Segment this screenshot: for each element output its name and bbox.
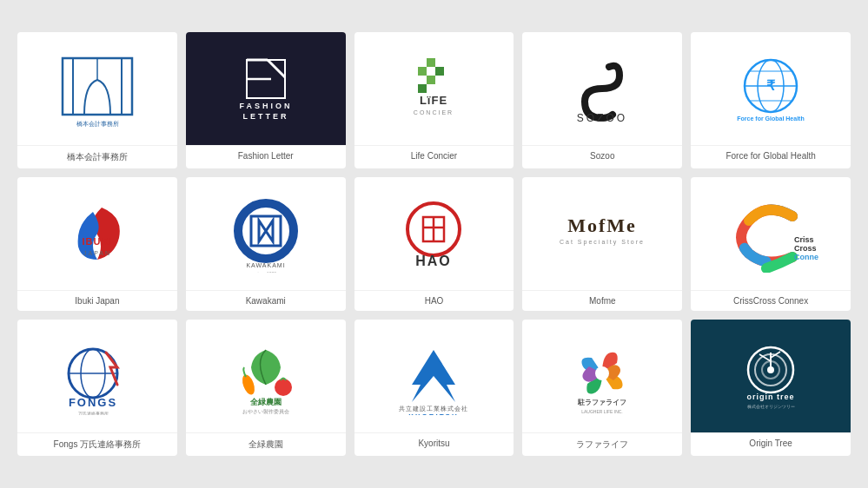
svg-text:Criss: Criss <box>794 235 814 244</box>
svg-line-5 <box>268 60 285 77</box>
svg-rect-12 <box>427 76 435 84</box>
svg-marker-28 <box>259 221 273 241</box>
logo-grid: 橋本会計事務所 橋本会計事務所 FASHION LETTER Fashion L… <box>17 32 851 456</box>
logo-label-origin-tree: Origin Tree <box>691 432 851 453</box>
logo-visual-kyoritsu: 共立建設工業株式会社 KYORITSU <box>354 320 514 432</box>
logo-visual-laugher-life: 駐ラファライフ LAUGHER LIFE INC. <box>522 320 682 432</box>
svg-text:駐ラファライフ: 駐ラファライフ <box>577 398 626 406</box>
logo-card-force-global-health[interactable]: ₹ Force for Global Health Force for Glob… <box>691 32 851 168</box>
svg-text:FONGS: FONGS <box>69 396 117 409</box>
logo-card-hao[interactable]: HAO HAO <box>354 177 514 311</box>
logo-card-kyoritsu[interactable]: 共立建設工業株式会社 KYORITSU Kyoritsu <box>354 320 514 456</box>
logo-label-kyoritsu: Kyoritsu <box>354 432 514 453</box>
logo-visual-zenroku-nouen: 全緑農園 おやさい製作委員会 <box>186 320 346 432</box>
logo-visual-fongs: FONGS 万氏連絡事務所 <box>17 320 177 432</box>
logo-card-ibuki-japan[interactable]: IBUKI JAPAN Ibuki Japan <box>17 177 177 311</box>
logo-visual-hashimoto: 橋本会計事務所 <box>17 32 177 145</box>
logo-label-fongs: Fongs 万氏連絡事務所 <box>17 432 177 456</box>
logo-visual-sozoo: SOZOO <box>522 32 682 145</box>
svg-text:株式会社オリジンツリー: 株式会社オリジンツリー <box>746 404 795 409</box>
svg-text:SOZOO: SOZOO <box>577 112 627 123</box>
svg-text:IBUKI: IBUKI <box>82 236 112 247</box>
svg-marker-50 <box>412 350 455 402</box>
logo-card-zenroku-nouen[interactable]: 全緑農園 おやさい製作委員会 全緑農園 <box>186 320 346 456</box>
logo-card-origin-tree[interactable]: origin tree 株式会社オリジンツリー Origin Tree <box>691 320 851 456</box>
svg-text:₹: ₹ <box>766 78 776 93</box>
logo-label-force-global-health: Force for Global Health <box>691 145 851 166</box>
logo-label-crisscross-connex: CrissCross Connex <box>691 290 851 311</box>
logo-card-kawakami[interactable]: KAWAKAMI since 1980 Kawakami <box>186 177 346 311</box>
logo-card-fongs[interactable]: FONGS 万氏連絡事務所 Fongs 万氏連絡事務所 <box>17 320 177 456</box>
svg-text:おやさい製作委員会: おやさい製作委員会 <box>242 408 289 414</box>
logo-label-hashimoto: 橋本会計事務所 <box>17 145 177 168</box>
logo-visual-mofme: MofMe Cat Specialty Store <box>522 177 682 290</box>
logo-label-laugher-life: ラファライフ <box>522 432 682 456</box>
svg-text:橋本会計事務所: 橋本会計事務所 <box>76 121 118 128</box>
svg-text:KYORITSU: KYORITSU <box>409 412 459 415</box>
svg-text:CONCIER: CONCIER <box>414 109 454 115</box>
svg-text:LETTER: LETTER <box>242 112 288 121</box>
logo-label-mofme: Mofme <box>522 290 682 311</box>
logo-visual-life-concier: LïFE CONCIER <box>354 32 514 145</box>
svg-point-46 <box>240 373 256 397</box>
logo-label-ibuki-japan: Ibuki Japan <box>17 290 177 311</box>
logo-card-sozoo[interactable]: SOZOO Sozoo <box>522 32 682 168</box>
logo-label-sozoo: Sozoo <box>522 145 682 166</box>
svg-text:LAUGHER LIFE INC.: LAUGHER LIFE INC. <box>582 409 624 414</box>
svg-text:FASHION: FASHION <box>239 102 292 110</box>
logo-visual-ibuki-japan: IBUKI JAPAN <box>17 177 177 290</box>
logo-card-fashion-letter[interactable]: FASHION LETTER Fashion Letter <box>186 32 346 168</box>
logo-visual-hao: HAO <box>354 177 514 290</box>
svg-text:KAWAKAMI: KAWAKAMI <box>246 262 285 268</box>
svg-text:JAPAN: JAPAN <box>83 250 111 256</box>
svg-text:Cross: Cross <box>794 244 817 253</box>
svg-rect-13 <box>418 84 427 93</box>
logo-label-kawakami: Kawakami <box>186 290 346 311</box>
logo-visual-crisscross-connex: Criss Cross ConneX <box>691 177 851 290</box>
svg-text:Cat Specialty Store: Cat Specialty Store <box>560 239 645 246</box>
svg-text:origin tree: origin tree <box>747 392 795 401</box>
svg-text:MofMe: MofMe <box>567 214 637 236</box>
svg-text:HAO: HAO <box>416 254 453 268</box>
logo-visual-force-global-health: ₹ Force for Global Health <box>691 32 851 145</box>
logo-visual-kawakami: KAWAKAMI since 1980 <box>186 177 346 290</box>
logo-label-life-concier: Life Concier <box>354 145 514 166</box>
logo-visual-origin-tree: origin tree 株式会社オリジンツリー <box>691 320 851 432</box>
svg-point-47 <box>275 379 292 396</box>
svg-text:Force for Global Health: Force for Global Health <box>737 115 804 122</box>
logo-card-hashimoto[interactable]: 橋本会計事務所 橋本会計事務所 <box>17 32 177 168</box>
logo-label-fashion-letter: Fashion Letter <box>186 145 346 166</box>
svg-rect-10 <box>418 67 427 76</box>
logo-visual-fashion-letter: FASHION LETTER <box>186 32 346 145</box>
svg-text:LïFE: LïFE <box>420 94 447 107</box>
svg-rect-11 <box>435 67 444 76</box>
svg-text:全緑農園: 全緑農園 <box>250 398 282 406</box>
svg-text:ConneX: ConneX <box>794 253 818 261</box>
logo-card-laugher-life[interactable]: 駐ラファライフ LAUGHER LIFE INC. ラファライフ <box>522 320 682 456</box>
svg-text:万氏連絡事務所: 万氏連絡事務所 <box>77 411 108 415</box>
logo-label-hao: HAO <box>354 290 514 311</box>
svg-rect-9 <box>427 58 435 67</box>
svg-point-53 <box>595 366 609 380</box>
logo-card-crisscross-connex[interactable]: Criss Cross ConneX CrissCross Connex <box>691 177 851 311</box>
logo-card-life-concier[interactable]: LïFE CONCIER Life Concier <box>354 32 514 168</box>
logo-label-zenroku-nouen: 全緑農園 <box>186 432 346 456</box>
svg-text:since 1980: since 1980 <box>255 271 276 273</box>
logo-card-mofme[interactable]: MofMe Cat Specialty Store Mofme <box>522 177 682 311</box>
svg-text:共立建設工業株式会社: 共立建設工業株式会社 <box>399 406 468 412</box>
